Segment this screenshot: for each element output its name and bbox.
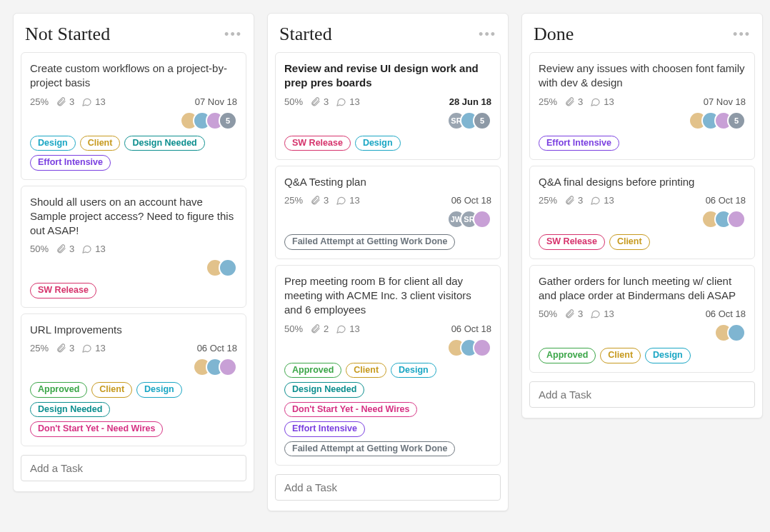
- tag-list: SW ReleaseDesign: [284, 136, 491, 151]
- tag[interactable]: Design Needed: [124, 136, 204, 151]
- tag[interactable]: Don't Start Yet - Need Wires: [30, 421, 163, 437]
- add-task-input[interactable]: [283, 481, 496, 494]
- comments-count: 13: [590, 308, 614, 319]
- tag[interactable]: Client: [600, 348, 641, 363]
- add-task-input[interactable]: [29, 461, 241, 475]
- tag[interactable]: Don't Start Yet - Need Wires: [284, 402, 417, 418]
- task-card[interactable]: Review and revise UI design work and pre…: [275, 52, 501, 160]
- tag[interactable]: Design Needed: [30, 402, 110, 418]
- tag[interactable]: Effort Intensive: [30, 155, 111, 171]
- column-header: Not Started•••: [14, 14, 254, 52]
- tag[interactable]: Effort Intensive: [539, 136, 619, 151]
- comment-icon: [336, 323, 346, 334]
- comment-icon: [81, 96, 92, 107]
- attachments-count: 3: [310, 195, 329, 206]
- card-meta-row: 50%21306 Oct 18: [284, 323, 491, 334]
- tag[interactable]: Client: [91, 382, 132, 398]
- task-card[interactable]: URL Improvements25%31306 Oct 18ApprovedC…: [21, 313, 246, 446]
- comments-count: 13: [336, 96, 359, 107]
- tag[interactable]: Design Needed: [284, 382, 364, 398]
- tag[interactable]: Failed Attempt at Getting Work Done: [284, 441, 455, 457]
- column-menu-button[interactable]: •••: [224, 27, 242, 42]
- comment-icon: [81, 343, 92, 353]
- avatar: [219, 358, 237, 376]
- paperclip-icon: [310, 96, 321, 107]
- tag[interactable]: Failed Attempt at Getting Work Done: [284, 234, 455, 250]
- comment-icon: [590, 195, 601, 206]
- percent-complete: 25%: [284, 195, 303, 206]
- column-menu-button[interactable]: •••: [733, 27, 751, 42]
- comment-icon: [336, 195, 346, 206]
- tag[interactable]: Client: [609, 234, 650, 250]
- assignees: [539, 323, 746, 342]
- board-column: Started•••Review and revise UI design wo…: [267, 13, 509, 511]
- tag[interactable]: SW Release: [30, 283, 96, 298]
- paperclip-icon: [56, 343, 66, 353]
- due-date: 06 Oct 18: [197, 343, 237, 353]
- card-meta-row: 25%31306 Oct 18: [30, 343, 237, 353]
- tag[interactable]: Design: [355, 136, 401, 151]
- attachments-count: 3: [564, 308, 583, 319]
- attachments-count: 3: [56, 244, 74, 254]
- task-card[interactable]: Prep meeting room B for client all day m…: [275, 265, 501, 466]
- card-title: Should all users on an account have Samp…: [30, 195, 237, 239]
- comments-count: 13: [81, 96, 105, 107]
- card-list: Review any issues with choosen font fami…: [522, 52, 762, 373]
- task-card[interactable]: Q&A final designs before printing25%3130…: [529, 166, 755, 259]
- avatar-overflow-count: 5: [473, 111, 491, 130]
- add-task[interactable]: [21, 455, 246, 481]
- tag[interactable]: Approved: [539, 348, 596, 363]
- task-card[interactable]: Q&A Testing plan25%31306 Oct 18JWSRFaile…: [275, 166, 501, 259]
- comments-count: 13: [590, 96, 614, 107]
- tag[interactable]: Approved: [30, 382, 87, 398]
- paperclip-icon: [56, 244, 66, 254]
- percent-complete: 50%: [539, 308, 557, 319]
- paperclip-icon: [564, 96, 575, 107]
- tag[interactable]: Client: [80, 136, 121, 151]
- add-task[interactable]: [529, 381, 755, 408]
- add-task[interactable]: [275, 474, 501, 501]
- column-header: Done•••: [522, 14, 762, 52]
- tag[interactable]: Design: [391, 363, 436, 378]
- column-title: Done: [534, 24, 574, 45]
- assignees: 5: [30, 111, 237, 130]
- card-list: Create custom workflows on a project-by-…: [14, 52, 254, 446]
- tag[interactable]: Design: [30, 136, 76, 151]
- tag-list: ApprovedClientDesignDesign NeededDon't S…: [30, 382, 237, 437]
- attachments-count: 2: [310, 323, 329, 334]
- board-column: Not Started•••Create custom workflows on…: [13, 13, 254, 492]
- task-card[interactable]: Should all users on an account have Samp…: [21, 186, 246, 308]
- percent-complete: 25%: [30, 343, 49, 353]
- tag[interactable]: Approved: [284, 363, 341, 378]
- ellipsis-icon: •••: [479, 27, 496, 41]
- board-column: Done•••Review any issues with choosen fo…: [521, 13, 763, 418]
- task-card[interactable]: Create custom workflows on a project-by-…: [21, 52, 246, 180]
- card-title: Create custom workflows on a project-by-…: [30, 61, 237, 91]
- due-date: 06 Oct 18: [451, 323, 491, 334]
- tag[interactable]: Client: [346, 363, 386, 378]
- tag[interactable]: Design: [136, 382, 182, 398]
- paperclip-icon: [564, 195, 575, 206]
- percent-complete: 50%: [30, 244, 49, 254]
- assignees: [539, 210, 746, 229]
- card-title: Prep meeting room B for client all day m…: [284, 274, 491, 318]
- card-meta-row: 25%31307 Nov 18: [30, 96, 237, 107]
- task-card[interactable]: Review any issues with choosen font fami…: [529, 52, 755, 160]
- due-date: 07 Nov 18: [704, 96, 746, 107]
- tag[interactable]: SW Release: [539, 234, 605, 250]
- column-menu-button[interactable]: •••: [479, 27, 496, 42]
- tag-list: Failed Attempt at Getting Work Done: [284, 234, 491, 250]
- tag[interactable]: SW Release: [284, 136, 351, 151]
- add-task-input[interactable]: [537, 388, 750, 401]
- ellipsis-icon: •••: [733, 27, 751, 41]
- tag-list: DesignClientDesign NeededEffort Intensiv…: [30, 136, 237, 171]
- card-meta-row: 50%313: [30, 244, 237, 254]
- avatar: [727, 210, 746, 229]
- comment-icon: [590, 308, 601, 319]
- attachments-count: 3: [564, 96, 583, 107]
- tag[interactable]: Effort Intensive: [284, 421, 365, 437]
- percent-complete: 50%: [284, 323, 303, 334]
- assignees: 5: [539, 111, 746, 130]
- tag[interactable]: Design: [645, 348, 691, 363]
- task-card[interactable]: Gather orders for lunch meeting w/ clien…: [529, 265, 755, 373]
